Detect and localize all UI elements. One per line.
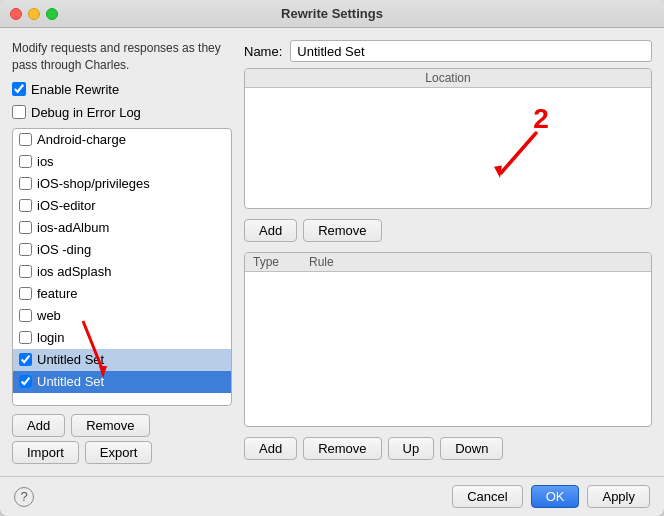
enable-rewrite-checkbox[interactable] <box>12 82 26 96</box>
svg-marker-4 <box>494 165 504 178</box>
enable-rewrite-row[interactable]: Enable Rewrite <box>12 82 232 97</box>
name-row: Name: <box>244 40 652 62</box>
help-button[interactable]: ? <box>14 487 34 507</box>
svg-text:2: 2 <box>533 103 549 134</box>
titlebar: Rewrite Settings <box>0 0 664 28</box>
main-content: Modify requests and responses as they pa… <box>0 28 664 476</box>
location-buttons: Add Remove <box>244 215 652 246</box>
left-buttons-area: Add Remove Import Export <box>12 414 232 464</box>
location-section: Location 2 <box>244 68 652 209</box>
rules-rule-col: Rule <box>309 255 334 269</box>
rules-type-col: Type <box>253 255 279 269</box>
list-item[interactable]: ios adSplash <box>13 261 231 283</box>
svg-line-3 <box>501 133 536 173</box>
traffic-lights <box>10 8 58 20</box>
list-item[interactable]: web <box>13 305 231 327</box>
rules-buttons: Add Remove Up Down <box>244 433 652 464</box>
rules-section: Type Rule <box>244 252 652 427</box>
add-remove-row: Add Remove <box>12 414 232 437</box>
list-item[interactable]: iOS-editor <box>13 195 231 217</box>
debug-log-label: Debug in Error Log <box>31 105 141 120</box>
list-item[interactable]: iOS-shop/privileges <box>13 173 231 195</box>
import-export-row: Import Export <box>12 441 232 464</box>
debug-log-checkbox[interactable] <box>12 105 26 119</box>
location-body: 2 <box>245 88 651 208</box>
right-panel: Name: Location 2 Add Remove <box>244 40 652 464</box>
list-item[interactable]: ios <box>13 151 231 173</box>
maximize-button[interactable] <box>46 8 58 20</box>
debug-log-row[interactable]: Debug in Error Log <box>12 105 232 120</box>
list-item[interactable]: ios-adAlbum <box>13 217 231 239</box>
list-item[interactable]: login <box>13 327 231 349</box>
up-rule-button[interactable]: Up <box>388 437 435 460</box>
rules-body <box>245 272 651 426</box>
add-location-button[interactable]: Add <box>244 219 297 242</box>
list-item-untitled-set[interactable]: Untitled Set <box>13 349 231 371</box>
description-text: Modify requests and responses as they pa… <box>12 40 232 74</box>
rules-header: Type Rule <box>245 253 651 272</box>
rewrite-list[interactable]: Android-charge ios iOS-shop/privileges i… <box>12 128 232 406</box>
list-item-untitled-set-selected[interactable]: Untitled Set <box>13 371 231 393</box>
bottom-bar: ? Cancel OK Apply <box>0 476 664 516</box>
minimize-button[interactable] <box>28 8 40 20</box>
remove-rule-button[interactable]: Remove <box>303 437 381 460</box>
apply-button[interactable]: Apply <box>587 485 650 508</box>
remove-location-button[interactable]: Remove <box>303 219 381 242</box>
list-item[interactable]: iOS -ding <box>13 239 231 261</box>
bottom-right-buttons: Cancel OK Apply <box>452 485 650 508</box>
add-set-button[interactable]: Add <box>12 414 65 437</box>
close-button[interactable] <box>10 8 22 20</box>
list-item[interactable]: feature <box>13 283 231 305</box>
left-panel: Modify requests and responses as they pa… <box>12 40 232 464</box>
ok-button[interactable]: OK <box>531 485 580 508</box>
down-rule-button[interactable]: Down <box>440 437 503 460</box>
name-label: Name: <box>244 44 282 59</box>
window: Rewrite Settings Modify requests and res… <box>0 0 664 516</box>
window-title: Rewrite Settings <box>281 6 383 21</box>
enable-rewrite-label: Enable Rewrite <box>31 82 119 97</box>
cancel-button[interactable]: Cancel <box>452 485 522 508</box>
arrow-annotation-right: 2 <box>481 108 601 188</box>
name-input[interactable] <box>290 40 652 62</box>
location-header: Location <box>245 69 651 88</box>
export-button[interactable]: Export <box>85 441 153 464</box>
list-item[interactable]: Android-charge <box>13 129 231 151</box>
remove-set-button[interactable]: Remove <box>71 414 149 437</box>
import-button[interactable]: Import <box>12 441 79 464</box>
add-rule-button[interactable]: Add <box>244 437 297 460</box>
